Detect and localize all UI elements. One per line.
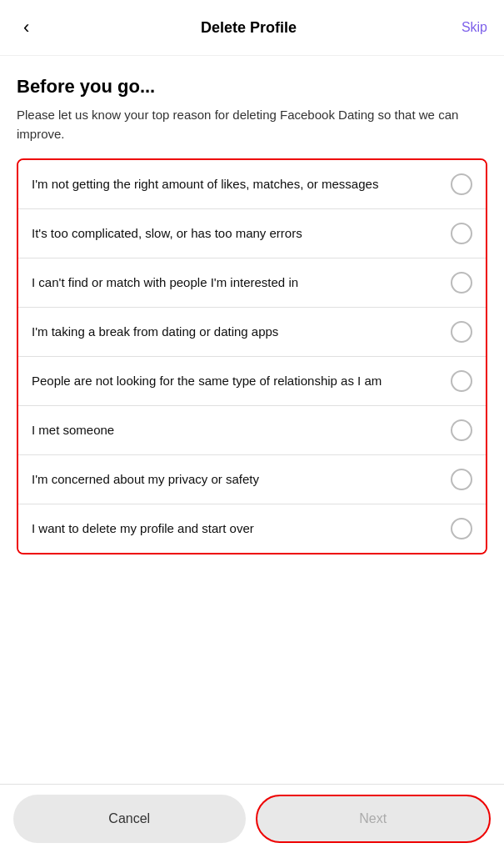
option-item[interactable]: I can't find or match with people I'm in… [18, 258, 486, 308]
radio-button[interactable] [451, 223, 472, 244]
option-label: I want to delete my profile and start ov… [32, 519, 451, 538]
option-label: I'm concerned about my privacy or safety [32, 470, 451, 489]
option-item[interactable]: I want to delete my profile and start ov… [18, 504, 486, 553]
option-label: I met someone [32, 421, 451, 439]
radio-button[interactable] [451, 173, 472, 195]
header: ‹ Delete Profile Skip [0, 0, 504, 56]
radio-button[interactable] [451, 272, 472, 294]
option-item[interactable]: People are not looking for the same type… [18, 357, 486, 406]
option-item[interactable]: I met someone [18, 406, 486, 455]
cancel-button[interactable]: Cancel [13, 795, 246, 843]
options-list: I'm not getting the right amount of like… [17, 158, 487, 554]
radio-button[interactable] [451, 370, 472, 392]
option-label: People are not looking for the same type… [32, 372, 451, 390]
option-label: It's too complicated, slow, or has too m… [32, 224, 451, 243]
main-content: Before you go... Please let us know your… [0, 56, 504, 630]
bottom-bar: Cancel Next [0, 784, 504, 853]
option-item[interactable]: I'm concerned about my privacy or safety [18, 455, 486, 504]
section-description: Please let us know your top reason for d… [17, 106, 487, 143]
option-item[interactable]: It's too complicated, slow, or has too m… [18, 209, 486, 258]
radio-button[interactable] [451, 469, 472, 490]
back-button[interactable]: ‹ [17, 13, 36, 42]
option-item[interactable]: I'm taking a break from dating or dating… [18, 308, 486, 357]
option-label: I'm not getting the right amount of like… [32, 175, 451, 193]
option-label: I'm taking a break from dating or dating… [32, 323, 451, 341]
skip-button[interactable]: Skip [462, 20, 487, 35]
radio-button[interactable] [451, 419, 472, 441]
next-button[interactable]: Next [256, 795, 492, 843]
section-title: Before you go... [17, 76, 487, 98]
radio-button[interactable] [451, 321, 472, 343]
option-label: I can't find or match with people I'm in… [32, 273, 451, 292]
option-item[interactable]: I'm not getting the right amount of like… [18, 160, 486, 209]
radio-button[interactable] [451, 518, 472, 539]
page-title: Delete Profile [201, 19, 297, 37]
